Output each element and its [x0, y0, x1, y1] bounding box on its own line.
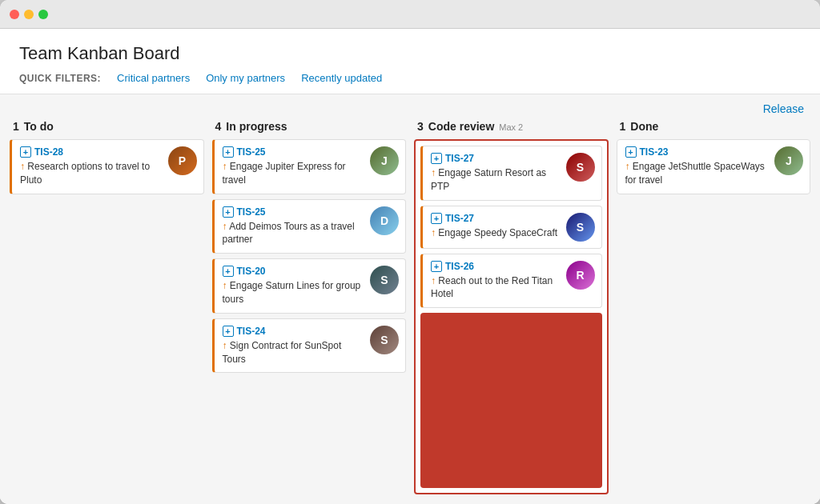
priority-icon: ↑: [223, 160, 227, 174]
card-title: ↑ Sign Contract for SunSpot Tours: [223, 339, 366, 366]
col-count-inprogress: 4: [215, 120, 222, 133]
table-row[interactable]: + TIS-25 ↑ Engage Jupiter Express for tr…: [212, 139, 407, 194]
main-content: Team Kanban Board QUICK FILTERS: Critica…: [0, 29, 820, 504]
col-name-codereview: Code review: [428, 120, 494, 133]
card-id: + TIS-25: [223, 146, 366, 158]
codereview-inner: + TIS-27 ↑ Engage Saturn Resort as PTP S: [414, 139, 609, 494]
card-title: ↑ Reach out to the Red Titan Hotel: [431, 274, 561, 302]
minimize-button[interactable]: [24, 10, 34, 19]
card-title: ↑ Research options to travel to Pluto: [20, 160, 163, 187]
card-content: + TIS-26 ↑ Reach out to the Red Titan Ho…: [431, 261, 561, 302]
add-icon: +: [223, 266, 234, 277]
column-header-done: 1 Done: [617, 120, 811, 133]
filter-critical-partners[interactable]: Critical partners: [117, 72, 190, 84]
card-id: + TIS-23: [625, 146, 770, 158]
release-button[interactable]: Release: [763, 102, 804, 115]
table-row[interactable]: + TIS-28 ↑ Research options to travel to…: [10, 139, 204, 194]
filter-only-my-partners[interactable]: Only my partners: [206, 72, 285, 84]
avatar: D: [370, 206, 399, 235]
column-header-todo: 1 To do: [10, 120, 204, 133]
card-title: ↑ Engage JetShuttle SpaceWays for travel: [625, 160, 770, 187]
card-id: + TIS-27: [431, 153, 561, 164]
priority-icon: ↑: [431, 166, 436, 180]
table-row[interactable]: + TIS-25 ↑ Add Deimos Tours as a travel …: [212, 199, 407, 254]
avatar: S: [566, 213, 595, 242]
done-cards: + TIS-23 ↑ Engage JetShuttle SpaceWays f…: [617, 139, 811, 194]
card-id: + TIS-20: [223, 266, 366, 277]
avatar: J: [370, 146, 399, 175]
card-content: + TIS-27 ↑ Engage Saturn Resort as PTP: [431, 153, 561, 194]
header: Team Kanban Board QUICK FILTERS: Critica…: [0, 29, 820, 94]
col-name-todo: To do: [24, 120, 54, 133]
col-count-codereview: 3: [417, 120, 424, 133]
col-name-done: Done: [630, 120, 658, 133]
card-content: + TIS-20 ↑ Engage Saturn Lines for group…: [223, 266, 366, 306]
priority-icon: ↑: [20, 160, 25, 174]
priority-icon: ↑: [431, 226, 436, 240]
card-id: + TIS-27: [431, 213, 561, 224]
table-row[interactable]: + TIS-24 ↑ Sign Contract for SunSpot Tou…: [212, 318, 407, 374]
quick-filters-label: QUICK FILTERS:: [19, 73, 101, 84]
add-icon: +: [223, 146, 234, 158]
maximize-button[interactable]: [38, 10, 48, 19]
column-inprogress: 4 In progress + TIS-25: [212, 120, 407, 494]
card-content: + TIS-24 ↑ Sign Contract for SunSpot Tou…: [223, 326, 366, 366]
filter-recently-updated[interactable]: Recently updated: [301, 72, 382, 84]
card-id: + TIS-26: [431, 261, 561, 272]
card-content: + TIS-25 ↑ Engage Jupiter Express for tr…: [223, 146, 366, 187]
inprogress-cards: + TIS-25 ↑ Engage Jupiter Express for tr…: [212, 139, 407, 373]
board-area: Release 1 To do + TIS-28: [0, 94, 820, 504]
todo-cards: + TIS-28 ↑ Research options to travel to…: [10, 139, 204, 194]
card-id: + TIS-24: [223, 326, 366, 337]
add-icon: +: [223, 206, 234, 218]
add-icon: +: [223, 326, 234, 337]
priority-icon: ↑: [223, 220, 227, 234]
card-title: ↑ Add Deimos Tours as a travel partner: [223, 220, 366, 247]
card-title: ↑ Engage Saturn Lines for group tours: [223, 279, 366, 306]
table-row[interactable]: + TIS-23 ↑ Engage JetShuttle SpaceWays f…: [617, 139, 811, 194]
table-row[interactable]: + TIS-27 ↑ Engage Speedy SpaceCraft S: [420, 206, 602, 249]
priority-icon: ↑: [625, 160, 630, 174]
column-todo: 1 To do + TIS-28 ↑: [10, 120, 204, 494]
avatar: S: [566, 153, 595, 182]
column-codereview: 3 Code review Max 2 + TIS-27: [414, 120, 609, 494]
close-button[interactable]: [10, 10, 19, 19]
column-header-codereview: 3 Code review Max 2: [414, 120, 609, 133]
release-bar: Release: [10, 94, 810, 120]
titlebar: [0, 0, 820, 29]
card-content: + TIS-28 ↑ Research options to travel to…: [20, 146, 163, 187]
card-id: + TIS-28: [20, 146, 163, 158]
col-count-todo: 1: [13, 120, 19, 133]
quick-filters: QUICK FILTERS: Critical partners Only my…: [19, 72, 801, 84]
avatar: S: [370, 326, 399, 354]
priority-icon: ↑: [223, 279, 227, 293]
avatar: R: [566, 261, 595, 290]
add-icon: +: [431, 261, 442, 272]
table-row[interactable]: + TIS-26 ↑ Reach out to the Red Titan Ho…: [420, 254, 602, 309]
card-title: ↑ Engage Saturn Resort as PTP: [431, 166, 561, 194]
card-content: + TIS-25 ↑ Add Deimos Tours as a travel …: [223, 206, 366, 247]
avatar: P: [168, 146, 197, 175]
add-icon: +: [431, 153, 442, 164]
add-icon: +: [20, 146, 31, 158]
avatar: S: [370, 266, 399, 294]
table-row[interactable]: + TIS-27 ↑ Engage Saturn Resort as PTP S: [420, 146, 602, 201]
card-content: + TIS-27 ↑ Engage Speedy SpaceCraft: [431, 213, 561, 240]
app-window: Team Kanban Board QUICK FILTERS: Critica…: [0, 0, 820, 504]
avatar: J: [774, 146, 803, 175]
col-max-codereview: Max 2: [499, 122, 523, 132]
add-icon: +: [431, 213, 442, 224]
col-name-inprogress: In progress: [226, 120, 287, 133]
priority-icon: ↑: [223, 339, 227, 353]
card-title: ↑ Engage Jupiter Express for travel: [223, 160, 366, 187]
card-content: + TIS-23 ↑ Engage JetShuttle SpaceWays f…: [625, 146, 770, 187]
traffic-lights: [10, 10, 48, 19]
card-title: ↑ Engage Speedy SpaceCraft: [431, 226, 561, 240]
card-id: + TIS-25: [223, 206, 366, 218]
page-title: Team Kanban Board: [19, 43, 801, 64]
add-icon: +: [625, 146, 637, 158]
table-row[interactable]: + TIS-20 ↑ Engage Saturn Lines for group…: [212, 258, 407, 314]
priority-icon: ↑: [431, 274, 436, 288]
kanban-columns: 1 To do + TIS-28 ↑: [10, 120, 810, 494]
column-header-inprogress: 4 In progress: [212, 120, 407, 133]
